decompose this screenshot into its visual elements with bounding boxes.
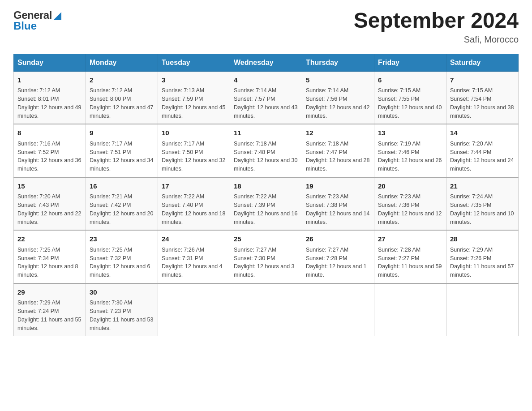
calendar-cell: 16Sunrise: 7:21 AMSunset: 7:42 PMDayligh… bbox=[86, 177, 158, 231]
calendar-cell: 27Sunrise: 7:28 AMSunset: 7:27 PMDayligh… bbox=[374, 230, 446, 283]
day-info: Sunrise: 7:23 AMSunset: 7:38 PMDaylight:… bbox=[306, 193, 370, 226]
calendar-week-row: 1Sunrise: 7:12 AMSunset: 8:01 PMDaylight… bbox=[14, 71, 519, 124]
day-info: Sunrise: 7:22 AMSunset: 7:40 PMDaylight:… bbox=[162, 193, 226, 226]
day-info: Sunrise: 7:16 AMSunset: 7:52 PMDaylight:… bbox=[17, 140, 82, 173]
calendar-cell: 29Sunrise: 7:29 AMSunset: 7:24 PMDayligh… bbox=[14, 283, 86, 336]
calendar-cell bbox=[230, 283, 302, 336]
calendar-week-row: 22Sunrise: 7:25 AMSunset: 7:34 PMDayligh… bbox=[14, 230, 519, 283]
calendar-cell: 9Sunrise: 7:17 AMSunset: 7:51 PMDaylight… bbox=[86, 124, 158, 177]
calendar-cell: 11Sunrise: 7:18 AMSunset: 7:48 PMDayligh… bbox=[230, 124, 302, 177]
day-info: Sunrise: 7:25 AMSunset: 7:32 PMDaylight:… bbox=[90, 246, 154, 279]
calendar-table: SundayMondayTuesdayWednesdayThursdayFrid… bbox=[13, 54, 519, 337]
day-number: 27 bbox=[378, 234, 442, 244]
calendar-cell: 10Sunrise: 7:17 AMSunset: 7:50 PMDayligh… bbox=[158, 124, 230, 177]
day-number: 13 bbox=[378, 128, 442, 138]
day-number: 2 bbox=[90, 75, 154, 86]
calendar-cell: 26Sunrise: 7:27 AMSunset: 7:28 PMDayligh… bbox=[302, 230, 374, 283]
column-header-tuesday: Tuesday bbox=[158, 54, 230, 71]
day-number: 18 bbox=[234, 181, 298, 192]
calendar-cell: 15Sunrise: 7:20 AMSunset: 7:43 PMDayligh… bbox=[14, 177, 86, 231]
day-number: 17 bbox=[162, 181, 226, 192]
calendar-cell: 18Sunrise: 7:22 AMSunset: 7:39 PMDayligh… bbox=[230, 177, 302, 231]
calendar-cell: 21Sunrise: 7:24 AMSunset: 7:35 PMDayligh… bbox=[446, 177, 519, 231]
day-info: Sunrise: 7:18 AMSunset: 7:47 PMDaylight:… bbox=[306, 140, 370, 173]
calendar-cell: 2Sunrise: 7:12 AMSunset: 8:00 PMDaylight… bbox=[86, 71, 158, 124]
calendar-week-row: 29Sunrise: 7:29 AMSunset: 7:24 PMDayligh… bbox=[14, 283, 519, 336]
title-block: September 2024 Safi, Morocco bbox=[354, 9, 519, 45]
column-header-friday: Friday bbox=[374, 54, 446, 71]
day-info: Sunrise: 7:21 AMSunset: 7:42 PMDaylight:… bbox=[90, 193, 154, 226]
calendar-cell bbox=[302, 283, 374, 336]
day-info: Sunrise: 7:18 AMSunset: 7:48 PMDaylight:… bbox=[234, 140, 298, 173]
calendar-cell: 19Sunrise: 7:23 AMSunset: 7:38 PMDayligh… bbox=[302, 177, 374, 231]
day-number: 8 bbox=[17, 128, 82, 138]
day-info: Sunrise: 7:20 AMSunset: 7:44 PMDaylight:… bbox=[450, 140, 515, 173]
day-number: 25 bbox=[234, 234, 298, 244]
day-number: 16 bbox=[90, 181, 154, 192]
column-header-wednesday: Wednesday bbox=[230, 54, 302, 71]
calendar-cell: 8Sunrise: 7:16 AMSunset: 7:52 PMDaylight… bbox=[14, 124, 86, 177]
day-info: Sunrise: 7:23 AMSunset: 7:36 PMDaylight:… bbox=[378, 193, 442, 226]
day-number: 6 bbox=[378, 75, 442, 86]
calendar-cell: 3Sunrise: 7:13 AMSunset: 7:59 PMDaylight… bbox=[158, 71, 230, 124]
calendar-cell: 17Sunrise: 7:22 AMSunset: 7:40 PMDayligh… bbox=[158, 177, 230, 231]
logo-blue-text: Blue bbox=[13, 20, 37, 32]
day-number: 9 bbox=[90, 128, 154, 138]
column-header-sunday: Sunday bbox=[14, 54, 86, 71]
day-info: Sunrise: 7:12 AMSunset: 8:01 PMDaylight:… bbox=[17, 86, 82, 120]
day-number: 22 bbox=[17, 234, 82, 244]
calendar-cell: 23Sunrise: 7:25 AMSunset: 7:32 PMDayligh… bbox=[86, 230, 158, 283]
column-header-monday: Monday bbox=[86, 54, 158, 71]
day-info: Sunrise: 7:29 AMSunset: 7:24 PMDaylight:… bbox=[17, 299, 82, 332]
calendar-cell: 6Sunrise: 7:15 AMSunset: 7:55 PMDaylight… bbox=[374, 71, 446, 124]
day-info: Sunrise: 7:26 AMSunset: 7:31 PMDaylight:… bbox=[162, 246, 226, 279]
day-info: Sunrise: 7:27 AMSunset: 7:30 PMDaylight:… bbox=[234, 246, 298, 279]
calendar-cell: 7Sunrise: 7:15 AMSunset: 7:54 PMDaylight… bbox=[446, 71, 519, 124]
calendar-cell: 20Sunrise: 7:23 AMSunset: 7:36 PMDayligh… bbox=[374, 177, 446, 231]
day-info: Sunrise: 7:29 AMSunset: 7:26 PMDaylight:… bbox=[450, 246, 515, 279]
day-info: Sunrise: 7:28 AMSunset: 7:27 PMDaylight:… bbox=[378, 246, 442, 279]
day-number: 29 bbox=[17, 287, 82, 298]
calendar-header-row: SundayMondayTuesdayWednesdayThursdayFrid… bbox=[14, 54, 519, 71]
calendar-cell: 1Sunrise: 7:12 AMSunset: 8:01 PMDaylight… bbox=[14, 71, 86, 124]
day-info: Sunrise: 7:13 AMSunset: 7:59 PMDaylight:… bbox=[162, 86, 226, 120]
calendar-cell: 24Sunrise: 7:26 AMSunset: 7:31 PMDayligh… bbox=[158, 230, 230, 283]
calendar-cell: 30Sunrise: 7:30 AMSunset: 7:23 PMDayligh… bbox=[86, 283, 158, 336]
day-number: 28 bbox=[450, 234, 515, 244]
day-info: Sunrise: 7:15 AMSunset: 7:55 PMDaylight:… bbox=[378, 86, 442, 120]
calendar-week-row: 8Sunrise: 7:16 AMSunset: 7:52 PMDaylight… bbox=[14, 124, 519, 177]
day-info: Sunrise: 7:17 AMSunset: 7:51 PMDaylight:… bbox=[90, 140, 154, 173]
logo-triangle-icon bbox=[53, 12, 61, 20]
day-info: Sunrise: 7:25 AMSunset: 7:34 PMDaylight:… bbox=[17, 246, 82, 279]
day-number: 23 bbox=[90, 234, 154, 244]
calendar-cell bbox=[158, 283, 230, 336]
day-info: Sunrise: 7:19 AMSunset: 7:46 PMDaylight:… bbox=[378, 140, 442, 173]
calendar-cell: 14Sunrise: 7:20 AMSunset: 7:44 PMDayligh… bbox=[446, 124, 519, 177]
day-number: 26 bbox=[306, 234, 370, 244]
day-number: 30 bbox=[90, 287, 154, 298]
day-info: Sunrise: 7:14 AMSunset: 7:56 PMDaylight:… bbox=[306, 86, 370, 120]
column-header-saturday: Saturday bbox=[446, 54, 519, 71]
calendar-cell: 12Sunrise: 7:18 AMSunset: 7:47 PMDayligh… bbox=[302, 124, 374, 177]
page-header: General Blue September 2024 Safi, Morocc… bbox=[13, 9, 519, 45]
calendar-cell bbox=[374, 283, 446, 336]
day-number: 19 bbox=[306, 181, 370, 192]
calendar-subtitle: Safi, Morocco bbox=[354, 34, 519, 45]
day-info: Sunrise: 7:20 AMSunset: 7:43 PMDaylight:… bbox=[17, 193, 82, 226]
day-info: Sunrise: 7:12 AMSunset: 8:00 PMDaylight:… bbox=[90, 86, 154, 120]
day-number: 7 bbox=[450, 75, 515, 86]
day-info: Sunrise: 7:22 AMSunset: 7:39 PMDaylight:… bbox=[234, 193, 298, 226]
day-number: 5 bbox=[306, 75, 370, 86]
calendar-cell: 22Sunrise: 7:25 AMSunset: 7:34 PMDayligh… bbox=[14, 230, 86, 283]
day-info: Sunrise: 7:24 AMSunset: 7:35 PMDaylight:… bbox=[450, 193, 515, 226]
day-number: 1 bbox=[17, 75, 82, 86]
day-info: Sunrise: 7:30 AMSunset: 7:23 PMDaylight:… bbox=[90, 299, 154, 332]
day-info: Sunrise: 7:15 AMSunset: 7:54 PMDaylight:… bbox=[450, 86, 515, 120]
day-number: 20 bbox=[378, 181, 442, 192]
column-header-thursday: Thursday bbox=[302, 54, 374, 71]
day-number: 24 bbox=[162, 234, 226, 244]
day-number: 10 bbox=[162, 128, 226, 138]
day-info: Sunrise: 7:17 AMSunset: 7:50 PMDaylight:… bbox=[162, 140, 226, 173]
day-number: 14 bbox=[450, 128, 515, 138]
calendar-week-row: 15Sunrise: 7:20 AMSunset: 7:43 PMDayligh… bbox=[14, 177, 519, 231]
